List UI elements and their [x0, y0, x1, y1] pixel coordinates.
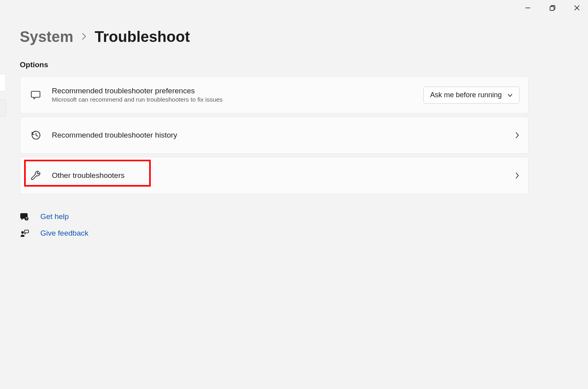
- speech-bubble-icon: [29, 90, 42, 100]
- help-links: Get help Give feedback: [20, 212, 529, 238]
- side-handle: [0, 74, 6, 91]
- window-controls: [522, 0, 588, 16]
- give-feedback-link[interactable]: Give feedback: [40, 229, 88, 238]
- svg-rect-2: [550, 6, 554, 10]
- window-maximize-button[interactable]: [547, 2, 558, 13]
- page-title: Troubleshoot: [95, 28, 190, 45]
- svg-rect-9: [25, 230, 28, 233]
- preferences-dropdown[interactable]: Ask me before running: [423, 87, 520, 104]
- window-minimize-button[interactable]: [522, 2, 533, 13]
- breadcrumb: System Troubleshoot: [20, 28, 529, 45]
- card-other-troubleshooters[interactable]: Other troubleshooters: [20, 157, 529, 194]
- window-close-button[interactable]: [571, 2, 582, 13]
- card-title: Recommended troubleshooter preferences: [52, 87, 423, 95]
- section-label-options: Options: [20, 60, 529, 69]
- get-help-icon: [20, 212, 29, 221]
- side-handle-secondary: [0, 99, 6, 117]
- breadcrumb-parent-system[interactable]: System: [20, 28, 73, 45]
- wrench-icon: [29, 170, 42, 181]
- chevron-right-icon: [515, 132, 520, 139]
- chevron-down-icon: [507, 91, 513, 99]
- svg-point-7: [26, 219, 27, 220]
- card-title: Other troubleshooters: [52, 171, 515, 180]
- history-icon: [29, 130, 42, 141]
- card-troubleshooter-preferences: Recommended troubleshooter preferences M…: [20, 76, 529, 113]
- dropdown-value: Ask me before running: [430, 91, 502, 99]
- chevron-right-icon: [515, 172, 520, 179]
- card-troubleshooter-history[interactable]: Recommended troubleshooter history: [20, 117, 529, 154]
- card-title: Recommended troubleshooter history: [52, 131, 515, 140]
- give-feedback-icon: [20, 229, 29, 238]
- get-help-link[interactable]: Get help: [40, 212, 69, 221]
- svg-point-8: [21, 231, 24, 234]
- chevron-right-icon: [81, 32, 87, 42]
- card-subtitle: Microsoft can recommend and run troubles…: [52, 96, 423, 103]
